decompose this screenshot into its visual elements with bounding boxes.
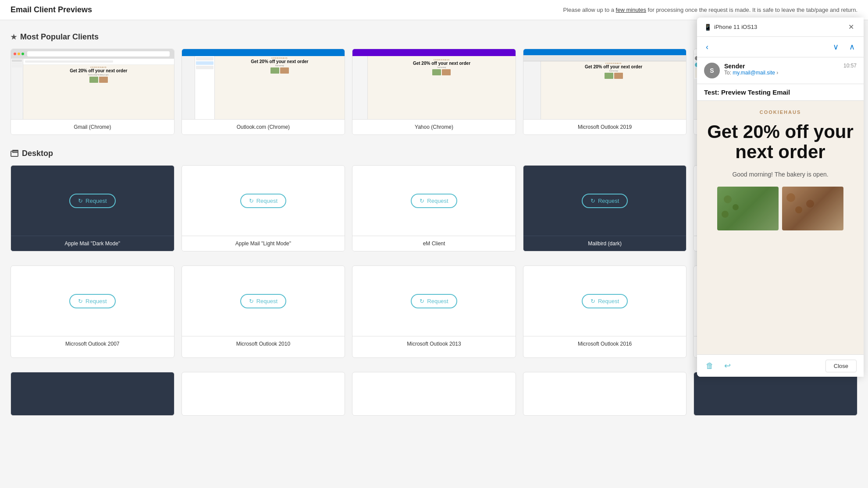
- request-button-outlook2013[interactable]: ↻ Request: [411, 294, 457, 308]
- outlook2019-thumbnail: COOKIEHAUS Get 20% off your next order G…: [523, 49, 687, 119]
- product-image-brown-cookies: [782, 187, 843, 230]
- email-meta: S Sender To: my.mail@mail.site › 10:57: [697, 57, 864, 84]
- client-card-row3-2[interactable]: [181, 372, 345, 416]
- sender-avatar: S: [704, 63, 720, 78]
- emclient-thumbnail: ↻ Request: [352, 166, 516, 236]
- nav-next-button[interactable]: ∧: [847, 40, 857, 53]
- gmail-label: Gmail (Chrome): [11, 119, 174, 134]
- client-card-outlook2013[interactable]: ↻ Request Microsoft Outlook 2013: [352, 265, 516, 358]
- nav-back-button[interactable]: ‹: [704, 41, 710, 53]
- outlook2007-label: Microsoft Outlook 2007: [11, 336, 174, 351]
- refresh-icon: ↻: [420, 298, 424, 304]
- outlook2016-thumbnail: ↻ Request: [523, 266, 687, 336]
- section-popular-label: Most Popular Clients: [20, 32, 99, 42]
- reply-button[interactable]: ↩: [722, 359, 733, 372]
- row3-5-thumbnail: [694, 372, 857, 416]
- nav-arrows: ∨ ∧: [831, 40, 857, 53]
- request-button-outlook2016[interactable]: ↻ Request: [582, 294, 628, 308]
- client-card-yahoo[interactable]: COOKIEHAUS Get 20% off your next order G…: [352, 49, 516, 135]
- email-body: COOKIEHAUS Get 20% off your next order G…: [697, 101, 864, 354]
- yahoo-thumbnail: COOKIEHAUS Get 20% off your next order G…: [352, 49, 516, 119]
- popup-close-x-button[interactable]: ✕: [846, 22, 857, 32]
- email-content: COOKIEHAUS Get 20% off your next order G…: [697, 101, 864, 239]
- request-button-mailbird-dark[interactable]: ↻ Request: [582, 194, 628, 208]
- popup-header: 📱 iPhone 11 iOS13 ✕: [697, 18, 864, 37]
- client-card-outlook2007[interactable]: ↻ Request Microsoft Outlook 2007: [11, 265, 174, 358]
- phone-icon: 📱: [704, 24, 711, 31]
- client-card-row3-4[interactable]: [523, 372, 687, 416]
- row3-1-thumbnail: [11, 372, 174, 416]
- client-card-applemail-light[interactable]: ↻ Request Apple Mail "Light Mode": [181, 165, 345, 251]
- refresh-icon: ↻: [420, 198, 424, 204]
- refresh-icon: ↻: [78, 198, 83, 204]
- close-button[interactable]: Close: [825, 360, 857, 372]
- row3-2-thumbnail: [182, 372, 345, 416]
- yahoo-label: Yahoo (Chrome): [352, 119, 516, 134]
- trash-button[interactable]: 🗑: [704, 359, 715, 372]
- client-card-gmail[interactable]: COOKIEHAUS Get 20% off your next order G…: [11, 49, 174, 135]
- product-images: [704, 187, 857, 230]
- client-card-outlook-web[interactable]: COOKIEHAUS Get 20% off your next order G…: [181, 49, 345, 135]
- request-button-outlook2010[interactable]: ↻ Request: [240, 294, 286, 308]
- mailbird-dark-thumbnail: ↻ Request: [523, 166, 687, 236]
- apple-light-thumbnail: ↻ Request: [182, 166, 345, 236]
- refresh-icon: ↻: [249, 198, 254, 204]
- device-label: 📱 iPhone 11 iOS13: [704, 24, 757, 31]
- client-card-emclient[interactable]: ↻ Request eM Client: [352, 165, 516, 251]
- request-button-outlook2007[interactable]: ↻ Request: [69, 294, 115, 308]
- emclient-label: eM Client: [352, 236, 516, 251]
- device-name: iPhone 11 iOS13: [714, 24, 757, 30]
- nav-prev-button[interactable]: ∨: [831, 40, 840, 53]
- client-card-mailbird-dark[interactable]: ↻ Request Mailbird (dark): [523, 165, 687, 251]
- outlook2007-thumbnail: ↻ Request: [11, 266, 174, 336]
- desktop-clients-row3: [11, 372, 857, 416]
- request-button-applemail-light[interactable]: ↻ Request: [240, 194, 286, 208]
- star-icon: ★: [11, 33, 17, 41]
- popup-actions: 🗑 ↩ Close: [697, 354, 864, 377]
- client-card-outlook2016[interactable]: ↻ Request Microsoft Outlook 2016: [523, 265, 687, 358]
- refresh-icon: ↻: [249, 298, 254, 304]
- refresh-icon: ↻: [591, 298, 595, 304]
- outlook-web-label: Outlook.com (Chrome): [182, 119, 345, 134]
- monitor-icon: [11, 151, 18, 157]
- mailbird-dark-label: Mailbird (dark): [523, 236, 687, 251]
- popup-nav: ‹ ∨ ∧: [697, 37, 864, 57]
- recipient-email[interactable]: my.mail@mail.site: [733, 70, 775, 76]
- page-title: Email Client Previews: [11, 5, 92, 14]
- email-time: 10:57: [843, 63, 857, 69]
- header-notice: Please allow up to a few minutes for pro…: [563, 7, 857, 13]
- client-card-row3-1[interactable]: [11, 372, 174, 416]
- refresh-icon: ↻: [78, 298, 83, 304]
- preview-popup: 📱 iPhone 11 iOS13 ✕ ‹ ∨ ∧ S Sender To: m…: [697, 18, 864, 377]
- applemail-dark-label: Apple Mail "Dark Mode": [11, 236, 174, 251]
- client-card-row3-5[interactable]: [694, 372, 857, 416]
- email-subject: Test: Preview Testing Email: [697, 84, 864, 101]
- action-icons: 🗑 ↩: [704, 359, 733, 372]
- outlook-web-thumbnail: COOKIEHAUS Get 20% off your next order G…: [182, 49, 345, 119]
- brand-name: COOKIEHAUS: [704, 110, 857, 115]
- few-minutes-link[interactable]: few minutes: [616, 7, 646, 13]
- request-button-applemail-dark[interactable]: ↻ Request: [69, 194, 115, 208]
- gmail-thumbnail: COOKIEHAUS Get 20% off your next order G…: [11, 49, 174, 119]
- outlook2010-thumbnail: ↻ Request: [182, 266, 345, 336]
- request-button-emclient[interactable]: ↻ Request: [411, 194, 457, 208]
- sender-name: Sender: [724, 63, 839, 70]
- product-image-green-cookies: [717, 187, 779, 230]
- refresh-icon: ↻: [591, 198, 595, 204]
- email-to-line: To: my.mail@mail.site ›: [724, 70, 839, 76]
- outlook2019-label: Microsoft Outlook 2019: [523, 119, 687, 134]
- outlook2013-thumbnail: ↻ Request: [352, 266, 516, 336]
- outlook2013-label: Microsoft Outlook 2013: [352, 336, 516, 351]
- client-card-outlook2019[interactable]: COOKIEHAUS Get 20% off your next order G…: [523, 49, 687, 135]
- outlook2016-label: Microsoft Outlook 2016: [523, 336, 687, 351]
- client-card-applemail-dark[interactable]: ↻ Request Apple Mail "Dark Mode": [11, 165, 174, 251]
- client-card-outlook2010[interactable]: ↻ Request Microsoft Outlook 2010: [181, 265, 345, 358]
- section-desktop-label: Desktop: [22, 149, 53, 158]
- email-body-text: Good morning! The bakery is open.: [704, 171, 857, 178]
- applemail-light-label: Apple Mail "Light Mode": [182, 236, 345, 251]
- outlook2010-label: Microsoft Outlook 2010: [182, 336, 345, 351]
- row3-3-thumbnail: [352, 372, 516, 416]
- client-card-row3-3[interactable]: [352, 372, 516, 416]
- row3-4-thumbnail: [523, 372, 687, 416]
- email-meta-info: Sender To: my.mail@mail.site ›: [724, 63, 839, 76]
